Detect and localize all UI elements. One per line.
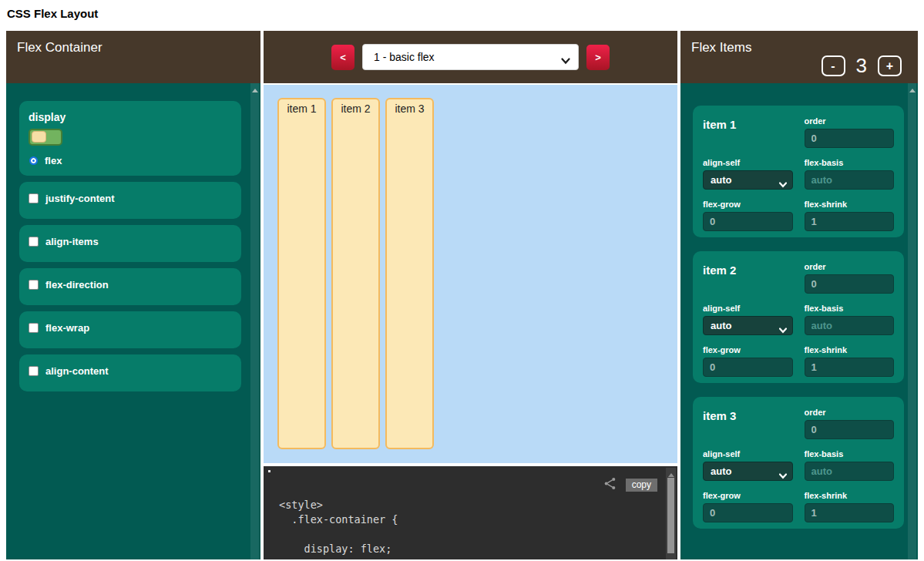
example-select-wrap: 1 - basic flex xyxy=(362,44,579,70)
flex-container-panel-body: display flex justify-content xyxy=(6,83,260,559)
flex-basis-label: flex-basis xyxy=(805,449,895,459)
align-content-label: align-content xyxy=(45,365,109,377)
scroll-up-icon xyxy=(668,473,674,477)
justify-content-checkbox[interactable] xyxy=(29,193,39,203)
display-toggle[interactable] xyxy=(29,129,62,146)
align-self-select[interactable]: auto xyxy=(703,316,793,335)
flex-shrink-label: flex-shrink xyxy=(805,200,895,209)
flex-direction-checkbox[interactable] xyxy=(29,280,39,290)
flex-items-panel-body: item 1 order align-self auto xyxy=(680,83,918,559)
align-self-select[interactable]: auto xyxy=(703,170,793,190)
code-line xyxy=(279,527,647,542)
order-label: order xyxy=(805,262,895,271)
flex-wrap-checkbox[interactable] xyxy=(29,323,39,333)
flex-grow-input[interactable] xyxy=(703,358,793,377)
flex-basis-input[interactable] xyxy=(805,170,895,190)
align-self-label: align-self xyxy=(703,304,793,313)
code-caret-dot xyxy=(268,470,270,472)
scroll-up-icon xyxy=(909,89,916,92)
align-self-label: align-self xyxy=(703,449,793,459)
align-items-label: align-items xyxy=(45,236,99,247)
flex-grow-label: flex-grow xyxy=(703,345,793,354)
flex-grow-input[interactable] xyxy=(703,212,793,231)
property-card-flex-wrap: flex-wrap xyxy=(19,311,241,348)
flex-preview-item-2: item 2 xyxy=(331,98,380,449)
flex-basis-label: flex-basis xyxy=(805,158,895,167)
order-input[interactable] xyxy=(805,420,895,439)
order-label: order xyxy=(805,116,895,126)
share-icon[interactable] xyxy=(603,476,617,494)
page: CSS Flex Layout Flex Container display xyxy=(0,0,924,561)
flex-preview-container: item 1 item 2 item 3 xyxy=(264,85,677,463)
flex-items-panel-title: Flex Items xyxy=(691,40,751,55)
flex-shrink-label: flex-shrink xyxy=(805,491,895,500)
flex-shrink-input[interactable] xyxy=(805,358,895,377)
item-card-title: item 3 xyxy=(703,408,793,439)
align-content-checkbox[interactable] xyxy=(29,366,39,376)
flex-preview-item-3: item 3 xyxy=(385,98,434,449)
align-self-label: align-self xyxy=(703,158,793,167)
remove-item-button[interactable]: - xyxy=(822,55,845,76)
flex-container-panel-title: Flex Container xyxy=(17,40,102,55)
flex-radio[interactable] xyxy=(31,158,36,163)
flex-items-panel: Flex Items - 3 + item 1 order xyxy=(680,31,918,559)
flex-container-panel-header: Flex Container xyxy=(6,31,260,83)
flex-preview-item-1: item 1 xyxy=(277,98,326,449)
flex-shrink-label: flex-shrink xyxy=(805,345,895,354)
toggle-knob xyxy=(32,131,46,143)
main-columns: Flex Container display flex xyxy=(6,31,918,559)
next-example-button[interactable]: > xyxy=(586,45,610,70)
flex-basis-input[interactable] xyxy=(805,316,895,335)
flex-wrap-label: flex-wrap xyxy=(45,322,89,334)
item-card-3: item 3 order align-self auto xyxy=(693,397,904,529)
example-select[interactable]: 1 - basic flex xyxy=(362,44,579,70)
example-toolbar: < 1 - basic flex > xyxy=(264,31,677,83)
copy-button[interactable]: copy xyxy=(626,479,657,492)
flex-radio-label: flex xyxy=(45,155,62,166)
item-count-stepper: - 3 + xyxy=(822,54,902,78)
preview-column: < 1 - basic flex > item 1 item 2 item 3 xyxy=(264,31,677,559)
code-tools: copy xyxy=(603,476,657,494)
flex-direction-label: flex-direction xyxy=(45,279,109,291)
item-card-2: item 2 order align-self auto xyxy=(693,251,904,383)
flex-grow-input[interactable] xyxy=(703,503,793,522)
order-label: order xyxy=(805,408,895,417)
property-card-justify-content: justify-content xyxy=(19,182,241,219)
property-card-flex-direction: flex-direction xyxy=(19,268,241,305)
scroll-up-icon xyxy=(252,89,258,92)
flex-shrink-input[interactable] xyxy=(805,212,895,231)
item-card-title: item 2 xyxy=(703,262,793,294)
order-input[interactable] xyxy=(805,274,895,294)
code-panel-scrollbar[interactable] xyxy=(666,468,676,559)
code-line: <style> xyxy=(279,498,647,512)
prev-example-button[interactable]: < xyxy=(331,45,354,70)
add-item-button[interactable]: + xyxy=(878,55,902,76)
display-label: display xyxy=(29,111,232,123)
page-title: CSS Flex Layout xyxy=(7,7,918,20)
item-card-title: item 1 xyxy=(703,116,793,148)
flex-basis-label: flex-basis xyxy=(805,304,895,313)
display-radio-row: flex xyxy=(29,155,232,166)
item-count: 3 xyxy=(856,54,867,78)
flex-items-scrollbar[interactable] xyxy=(908,83,916,559)
item-card-1: item 1 order align-self auto xyxy=(693,106,904,237)
code-line: .flex-container { xyxy=(279,512,647,527)
display-card: display flex xyxy=(19,101,241,176)
flex-shrink-input[interactable] xyxy=(805,503,895,522)
align-self-select[interactable]: auto xyxy=(703,462,793,481)
align-items-checkbox[interactable] xyxy=(29,237,39,247)
flex-basis-input[interactable] xyxy=(805,462,895,481)
flex-grow-label: flex-grow xyxy=(703,491,793,500)
code-panel: copy <style> .flex-container { display: … xyxy=(264,466,677,559)
flex-items-panel-header: Flex Items - 3 + xyxy=(680,31,918,83)
flex-grow-label: flex-grow xyxy=(703,200,793,209)
scrollbar-thumb[interactable] xyxy=(667,478,674,553)
justify-content-label: justify-content xyxy=(45,193,115,204)
property-card-align-content: align-content xyxy=(19,354,241,391)
property-card-align-items: align-items xyxy=(19,225,241,262)
flex-container-scrollbar[interactable] xyxy=(250,83,259,559)
flex-container-panel: Flex Container display flex xyxy=(6,31,260,559)
order-input[interactable] xyxy=(805,129,895,148)
code-line: display: flex; xyxy=(279,542,647,556)
